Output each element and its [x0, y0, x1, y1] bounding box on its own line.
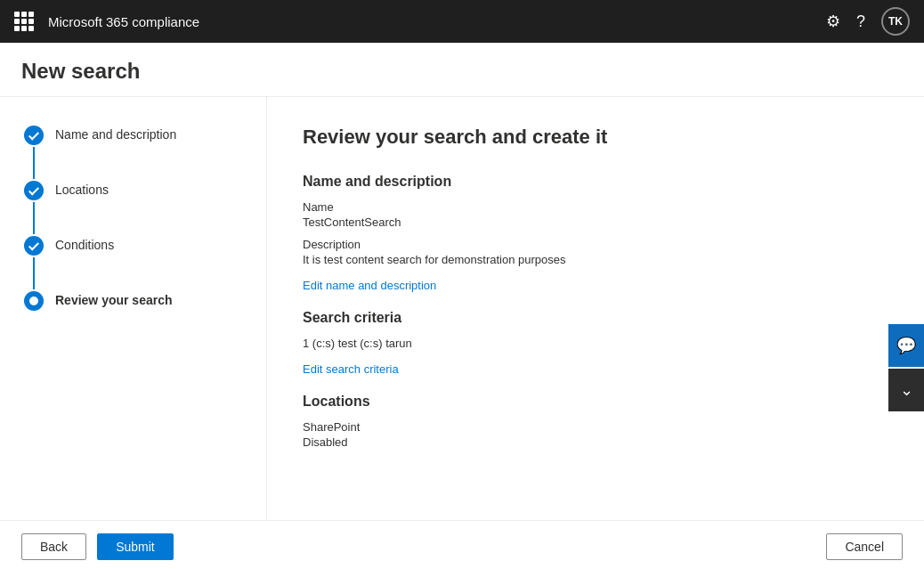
back-button[interactable]: Back	[21, 533, 86, 560]
side-panel: 💬 ⌄	[888, 324, 924, 413]
step4-circle	[24, 291, 44, 311]
name-desc-heading: Name and description	[303, 174, 888, 190]
step2-line	[33, 202, 35, 234]
name-description-section: Name and description Name TestContentSea…	[303, 174, 888, 310]
side-panel-btn-1[interactable]: 💬	[888, 324, 924, 367]
page-header: New search	[0, 43, 924, 97]
step3-label: Conditions	[46, 236, 114, 252]
step3-line	[33, 257, 35, 289]
location-name: SharePoint	[303, 420, 888, 434]
edit-name-description-link[interactable]: Edit name and description	[303, 279, 436, 292]
app-grid-icon[interactable]	[14, 12, 34, 31]
search-criteria-section: Search criteria 1 (c:s) test (c:s) tarun…	[303, 310, 888, 394]
user-avatar[interactable]: TK	[881, 7, 910, 36]
side-panel-btn-2[interactable]: ⌄	[888, 369, 924, 411]
step1-label: Name and description	[46, 126, 176, 142]
active-dot	[29, 297, 38, 305]
topnav-icons: ⚙ ? TK	[826, 7, 910, 36]
step1-connector	[21, 126, 46, 181]
page-title: New search	[21, 59, 903, 84]
name-value: TestContentSearch	[303, 215, 888, 229]
locations-heading: Locations	[303, 394, 888, 410]
help-icon[interactable]: ?	[856, 12, 865, 31]
check-icon	[28, 129, 39, 140]
step-name-desc[interactable]: Name and description	[21, 126, 245, 181]
step4-connector	[21, 291, 46, 311]
description-label: Description	[303, 238, 888, 251]
app-title: Microsoft 365 compliance	[48, 14, 812, 29]
step-conditions[interactable]: Conditions	[21, 236, 245, 291]
page-body: Name and description Locations Condition…	[0, 97, 924, 520]
step2-circle	[24, 181, 44, 200]
step1-line	[33, 147, 35, 179]
step-locations[interactable]: Locations	[21, 181, 245, 236]
submit-button[interactable]: Submit	[97, 533, 174, 560]
step3-circle	[24, 236, 44, 256]
step2-connector	[21, 181, 46, 236]
name-label: Name	[303, 200, 888, 214]
main-content: Review your search and create it Name an…	[267, 97, 924, 520]
step-review[interactable]: Review your search	[21, 291, 245, 311]
step4-label: Review your search	[46, 291, 173, 307]
sidebar: Name and description Locations Condition…	[0, 97, 267, 520]
top-navigation: Microsoft 365 compliance ⚙ ? TK	[0, 0, 924, 43]
review-title: Review your search and create it	[303, 126, 888, 149]
cancel-button[interactable]: Cancel	[826, 533, 903, 560]
footer: Back Submit Cancel	[0, 520, 924, 569]
step3-connector	[21, 236, 46, 291]
description-value: It is test content search for demonstrat…	[303, 253, 888, 266]
locations-section: Locations SharePoint Disabled	[303, 394, 888, 449]
check-icon	[28, 240, 39, 250]
step1-circle	[24, 126, 44, 145]
search-criteria-heading: Search criteria	[303, 310, 888, 326]
check-icon	[28, 184, 39, 195]
edit-search-criteria-link[interactable]: Edit search criteria	[303, 362, 399, 376]
location-status: Disabled	[303, 435, 888, 449]
step2-label: Locations	[46, 181, 109, 197]
criteria-value: 1 (c:s) test (c:s) tarun	[303, 337, 888, 350]
settings-icon[interactable]: ⚙	[826, 12, 840, 31]
